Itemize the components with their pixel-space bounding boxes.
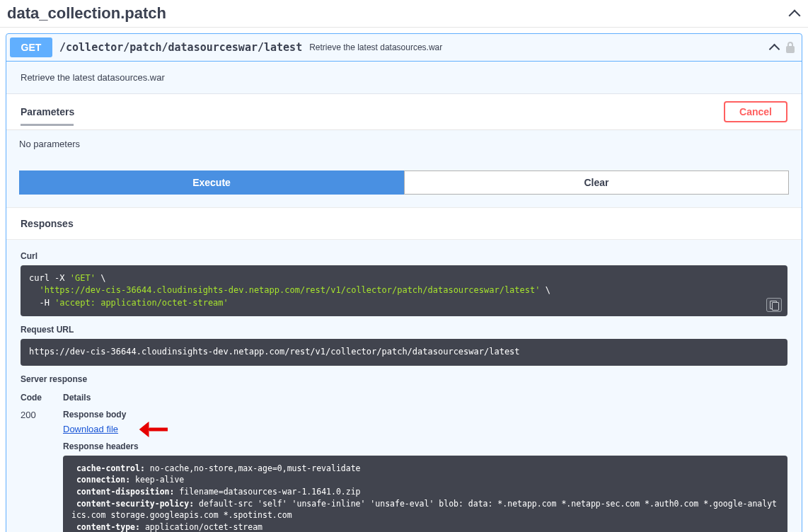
response-header-line: content-security-policy: default-src 'se… [71,498,779,521]
lock-icon[interactable] [785,42,795,53]
opblock-container: GET /collector/patch/datasourceswar/late… [0,28,808,532]
execute-button[interactable]: Execute [19,170,404,195]
request-url-block: https://dev-cis-36644.cloudinsights-dev.… [21,339,787,365]
copy-icon[interactable] [766,298,782,312]
opblock-summary[interactable]: GET /collector/patch/datasourceswar/late… [6,34,802,62]
chevron-up-icon [768,41,781,54]
download-wrap: Download file [63,424,787,441]
no-parameters-text: No parameters [6,130,802,170]
response-body-label: Response body [63,410,787,420]
parameters-label: Parameters [21,106,724,117]
responses-section-label: Responses [6,207,802,240]
method-badge: GET [10,37,52,57]
response-row: 200 Response body Download file Response… [21,410,787,532]
annotation-arrow-icon [139,422,169,437]
response-header-line: content-disposition: filename=datasource… [71,486,779,498]
opblock-get: GET /collector/patch/datasourceswar/late… [6,33,802,532]
cancel-button[interactable]: Cancel [724,101,787,122]
status-code: 200 [21,410,63,532]
chevron-up-icon [788,7,801,20]
response-header-line: connection: keep-alive [71,474,779,486]
code-column-header: Code [21,393,63,403]
response-details-cell: Response body Download file Response hea… [63,410,787,532]
tag-title: data_collection.patch [7,4,788,23]
underline-accent [21,124,74,126]
parameters-header: Parameters Cancel [6,94,802,130]
tag-header-row[interactable]: data_collection.patch [0,0,808,28]
server-response-label: Server response [21,374,787,384]
details-column-header: Details [63,393,787,403]
response-header-line: cache-control: no-cache,no-store,max-age… [71,463,779,475]
operation-path: /collector/patch/datasourceswar/latest [59,41,302,54]
responses-body: Curl curl -X 'GET' \ 'https://dev-cis-36… [6,240,802,532]
response-header-line: content-type: application/octet-stream [71,521,779,532]
curl-label: Curl [21,251,787,261]
response-headers-label: Response headers [63,441,787,451]
clear-button[interactable]: Clear [404,170,789,195]
operation-description: Retrieve the latest datasources.war [6,62,802,94]
curl-command-text: curl -X 'GET' \ 'https://dev-cis-36644.c… [29,272,779,309]
action-button-row: Execute Clear [6,170,802,207]
response-headers-block: cache-control: no-cache,no-store,max-age… [63,456,787,532]
download-file-link[interactable]: Download file [63,424,118,434]
curl-code-block: curl -X 'GET' \ 'https://dev-cis-36644.c… [21,265,787,316]
request-url-label: Request URL [21,325,787,335]
operation-summary: Retrieve the latest datasources.war [309,42,768,52]
request-url-text: https://dev-cis-36644.cloudinsights-dev.… [29,346,779,358]
response-table-header: Code Details [21,388,787,410]
